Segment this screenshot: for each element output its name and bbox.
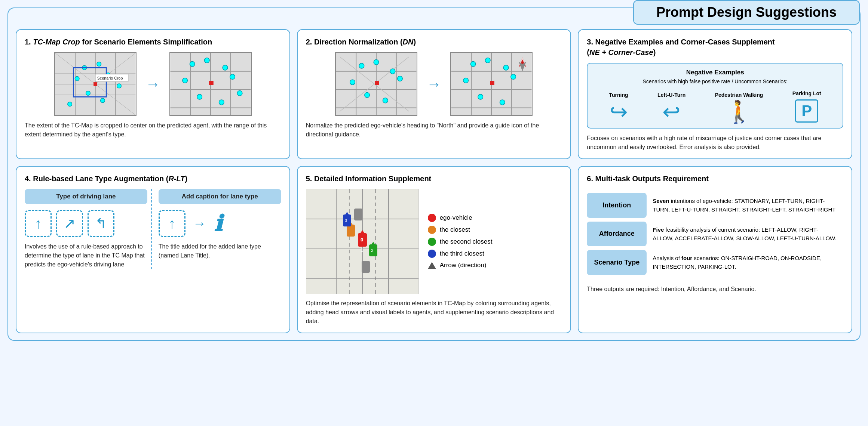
arrow-right-2: → [426,76,441,93]
legend-ego: ego-vehicle [428,214,562,222]
svg-text:0: 0 [361,237,363,243]
card1-images: Scenario Crop → [25,52,281,116]
closest-label: the closest [440,226,470,234]
card5-scenario-image: 0 2 3 [306,189,419,294]
svg-point-30 [204,58,209,63]
parking-icon: P [795,99,818,123]
legend-closest: the closest [428,226,562,234]
svg-point-32 [183,78,188,83]
neg-title: Negative Examples [594,69,836,76]
third-dot [428,250,436,258]
main-title: Prompt Design Suggestions [633,0,860,25]
neg-subtitle: Scenarios with high false positive rate … [594,78,836,84]
card3-desc: Focuses on scenarios with a high rate of… [587,134,843,152]
svg-point-31 [223,65,228,70]
ego-label: ego-vehicle [440,214,472,222]
svg-point-49 [390,69,396,74]
card4-right: Add caption for lane type ↑ → ℹ The titl… [152,189,281,269]
neg-icon-pedestrian: Pedestrian Walking 🚶 [715,92,763,123]
legend-arrow: Arrow (direction) [428,262,562,269]
main-grid: 1. TC-Map Crop for Scenario Elements Sim… [8,29,860,333]
card2-normalized-map [450,52,533,116]
svg-point-64 [504,65,509,70]
svg-point-17 [68,102,72,106]
card-4: 4. Rule-based Lane Type Augmentation (R-… [16,166,290,333]
ego-dot [428,214,436,222]
svg-point-62 [471,61,476,67]
svg-rect-54 [375,81,380,85]
lane-icon-straight: ↑ [25,210,52,237]
card-3: 3. Negative Examples and Corner-Cases Su… [578,29,852,159]
card-1: 1. TC-Map Crop for Scenario Elements Sim… [16,29,290,159]
svg-rect-37 [209,81,214,85]
svg-point-67 [478,94,483,99]
add-caption-box: Add caption for lane type [159,189,281,204]
svg-point-51 [398,76,403,81]
card4-left-desc: Involves the use of a rule-based approac… [25,242,147,269]
svg-point-50 [350,80,355,85]
card6-label-affordance: Affordance [587,222,647,247]
card6-row-intention: Intention Seven intentions of ego-vehicl… [587,193,843,218]
svg-point-68 [500,100,505,105]
svg-point-63 [485,58,491,63]
card1-title: 1. TC-Map Crop for Scenario Elements Sim… [25,37,281,47]
svg-point-16 [100,98,105,103]
neg-icon-parking: Parking Lot P [792,90,821,123]
closest-dot [428,226,436,234]
card6-label-intention: Intention [587,193,647,218]
info-icon: ℹ [214,211,222,236]
svg-point-33 [230,74,235,80]
card4-title: 4. Rule-based Lane Type Augmentation (R-… [25,173,281,184]
legend-third: the third closest [428,250,562,258]
third-label: the third closest [440,250,484,257]
pedestrian-icon: 🚶 [715,101,763,123]
svg-point-29 [190,61,195,67]
caption-lane-icon: ↑ [159,210,185,237]
svg-point-53 [383,98,388,103]
svg-point-52 [365,92,370,98]
card5-content: 0 2 3 [306,189,562,294]
neg-examples-box: Negative Examples Scenarios with high fa… [587,63,843,129]
svg-text:1: 1 [361,247,363,253]
second-dot [428,238,436,246]
svg-rect-69 [490,81,495,85]
svg-point-35 [219,100,224,105]
neg-icon-turning: Turning ↪ [609,92,628,123]
u-turn-icon: ↩ [657,101,685,123]
svg-rect-93 [354,209,362,220]
second-label: the second closest [440,238,493,246]
svg-point-47 [359,63,365,68]
card6-desc-intention: Seven intentions of ego-vehicle: STATION… [647,193,843,218]
svg-point-65 [463,78,469,83]
arrow-right-3: → [193,216,206,231]
card2-original-map [335,52,417,116]
card3-title: 3. Negative Examples and Corner-Cases Su… [587,37,843,58]
outer-container: Prompt Design Suggestions 1. TC-Map Crop… [7,7,861,341]
card-5: 5. Detailed Information Supplement [297,166,571,333]
svg-text:2: 2 [371,248,373,253]
svg-text:3: 3 [345,218,347,223]
card6-desc-affordance: Five feasibility analysis of current sce… [647,222,843,247]
lane-icon-left: ↰ [88,210,114,237]
card5-legend: ego-vehicle the closest the second close… [428,189,562,294]
card6-desc-scenario: Analysis of four scenarios: ON-STRAIGHT-… [647,250,843,275]
card1-cropped-map [169,52,252,116]
card1-desc: The extent of the TC-Map is cropped to c… [25,121,281,139]
caption-arrow-row: ↑ → ℹ [159,210,281,237]
svg-point-11 [97,62,101,66]
card6-table: Intention Seven intentions of ego-vehicl… [587,189,843,279]
card6-label-scenario: Scenario Type [587,250,647,275]
card2-desc: Normalize the predicted ego-vehicle's he… [306,121,562,139]
arrow-label: Arrow (direction) [440,262,487,269]
card1-original-map: Scenario Crop [54,52,137,116]
card2-title: 2. Direction Normalization (DN) [306,37,562,47]
svg-point-13 [75,76,79,81]
card-2: 2. Direction Normalization (DN) [297,29,571,159]
svg-point-66 [511,74,516,80]
svg-point-15 [86,91,90,96]
svg-point-48 [374,60,379,65]
svg-point-34 [197,94,202,99]
card4-left: Type of driving lane ↑ ↗ ↰ Involves the … [25,189,152,269]
neg-icons-row: Turning ↪ Left-U-Turn ↩ Pedestrian Walki… [594,90,836,123]
svg-point-36 [237,91,242,96]
